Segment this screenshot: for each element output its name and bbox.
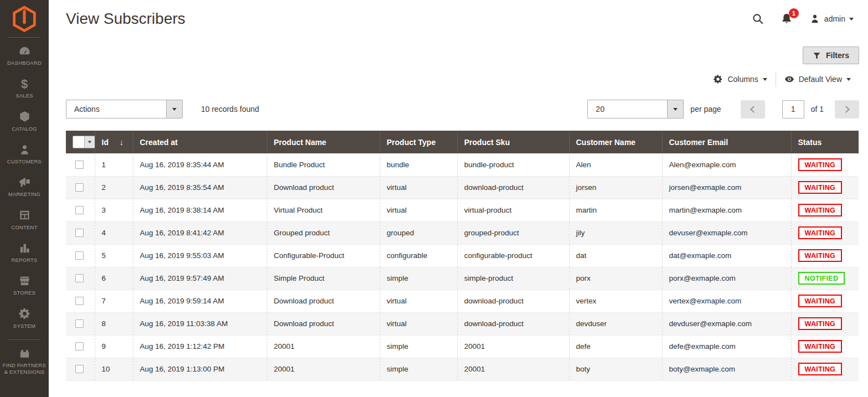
status-badge: NOTIFIED bbox=[798, 272, 845, 285]
sidebar-item-dashboard[interactable]: DASHBOARD bbox=[0, 39, 49, 71]
eye-icon bbox=[784, 74, 794, 84]
gear-icon bbox=[713, 74, 723, 84]
column-header-id[interactable]: Id↓ bbox=[95, 131, 133, 153]
filter-funnel-icon bbox=[813, 51, 821, 60]
status-badge: WAITING bbox=[798, 363, 843, 375]
column-header-created-at[interactable]: Created at bbox=[133, 131, 267, 153]
magento-logo-icon[interactable] bbox=[12, 6, 37, 32]
sidebar-item-stores[interactable]: STORES bbox=[0, 269, 49, 301]
row-checkbox[interactable] bbox=[75, 251, 84, 260]
row-checkbox[interactable] bbox=[75, 206, 84, 214]
sidebar-item-system[interactable]: SYSTEM bbox=[0, 302, 49, 334]
sidebar-item-content[interactable]: CONTENT bbox=[0, 203, 49, 236]
chevron-right-icon bbox=[843, 106, 850, 113]
cell-status: WAITING bbox=[791, 358, 859, 380]
cell-product-sku: 20001 bbox=[457, 335, 569, 358]
row-checkbox[interactable] bbox=[75, 274, 84, 282]
sidebar-item-find-partners[interactable]: FIND PARTNERS & EXTENSIONS bbox=[0, 341, 49, 381]
cell-customer-email: boty@exmaple.com bbox=[662, 358, 791, 380]
table-row: 4Aug 16, 2019 8:41:42 AMGrouped productg… bbox=[66, 221, 859, 244]
actions-select[interactable]: Actions bbox=[66, 100, 183, 118]
cell-status: WAITING bbox=[791, 199, 859, 221]
filters-button[interactable]: Filters bbox=[803, 47, 859, 64]
subscribers-grid: Id↓Created atProduct NameProduct TypePro… bbox=[66, 131, 859, 381]
row-checkbox[interactable] bbox=[75, 229, 84, 237]
chevron-down-icon bbox=[166, 100, 182, 118]
column-header-customer-name[interactable]: Customer Name bbox=[569, 131, 662, 153]
per-page-select[interactable]: 20 bbox=[587, 100, 684, 118]
cell-product-sku: grouped-product bbox=[457, 221, 569, 244]
status-badge: WAITING bbox=[798, 158, 843, 171]
notification-count-badge: 1 bbox=[789, 8, 799, 18]
cell-product-sku: bundle-product bbox=[457, 153, 569, 176]
grid-header-row: Id↓Created atProduct NameProduct TypePro… bbox=[66, 131, 859, 153]
page-number-input[interactable] bbox=[782, 100, 804, 118]
column-label: Product Name bbox=[274, 138, 327, 147]
column-label: Id bbox=[102, 138, 108, 147]
cell-customer-email: jorsen@exmaple.com bbox=[662, 176, 791, 199]
row-checkbox[interactable] bbox=[75, 183, 84, 192]
sidebar-item-label: CATALOG bbox=[12, 126, 37, 132]
cell-status: WAITING bbox=[791, 312, 859, 335]
row-checkbox[interactable] bbox=[75, 161, 84, 169]
sort-desc-icon: ↓ bbox=[120, 138, 123, 147]
cell-customer-email: defe@exmaple.com bbox=[662, 335, 791, 358]
cell-checkbox bbox=[66, 176, 95, 199]
total-pages-label: of 1 bbox=[811, 105, 824, 114]
pagination-controls: 20 per page of 1 bbox=[587, 100, 859, 118]
cell-customer-name: dat bbox=[569, 244, 662, 267]
status-badge: WAITING bbox=[798, 181, 843, 194]
notifications-bell-icon[interactable]: 1 bbox=[781, 13, 793, 25]
select-all-checkbox[interactable] bbox=[73, 136, 84, 148]
cell-status: WAITING bbox=[791, 176, 859, 199]
row-checkbox[interactable] bbox=[75, 319, 84, 328]
cell-checkbox bbox=[66, 153, 95, 176]
catalog-icon bbox=[18, 110, 31, 123]
cell-status: WAITING bbox=[791, 153, 859, 176]
row-checkbox[interactable] bbox=[75, 365, 84, 373]
column-header-customer-email[interactable]: Customer Email bbox=[662, 131, 791, 153]
column-header-status[interactable]: Status bbox=[791, 131, 859, 153]
column-header-product-type[interactable]: Product Type bbox=[380, 131, 457, 153]
admin-menu[interactable]: admin bbox=[809, 13, 854, 24]
sidebar-item-reports[interactable]: REPORTS bbox=[0, 236, 49, 269]
cell-customer-email: porx@exmaple.com bbox=[662, 267, 791, 290]
select-all-dropdown[interactable] bbox=[73, 136, 95, 148]
main-content: View Subscribers 1 admin Filters Columns bbox=[49, 0, 868, 397]
columns-control[interactable]: Columns bbox=[705, 74, 775, 84]
cell-created-at: Aug 16, 2019 9:59:14 AM bbox=[133, 290, 267, 312]
sidebar-item-label: CUSTOMERS bbox=[7, 158, 42, 165]
page-title: View Subscribers bbox=[66, 10, 185, 28]
cell-id: 5 bbox=[95, 244, 133, 267]
table-row: 5Aug 16, 2019 9:55:03 AMConfigurable-Pro… bbox=[66, 244, 859, 267]
cell-created-at: Aug 16, 2019 8:35:44 AM bbox=[133, 153, 267, 176]
cell-product-sku: configurable-product bbox=[457, 244, 569, 267]
cell-checkbox bbox=[66, 221, 95, 244]
columns-label: Columns bbox=[727, 75, 758, 84]
cell-checkbox bbox=[66, 358, 95, 380]
table-row: 1Aug 16, 2019 8:35:44 AMBundle Productbu… bbox=[66, 153, 859, 176]
search-icon[interactable] bbox=[752, 13, 764, 25]
row-checkbox[interactable] bbox=[75, 342, 84, 350]
sidebar-item-sales[interactable]: $SALES bbox=[0, 71, 49, 104]
table-row: 10Aug 16, 2019 1:13:00 PM20001simple2000… bbox=[66, 358, 859, 380]
view-controls: Columns Default View bbox=[705, 71, 859, 87]
cell-id: 3 bbox=[95, 199, 133, 221]
next-page-button[interactable] bbox=[835, 100, 859, 118]
sidebar-item-catalog[interactable]: CATALOG bbox=[0, 105, 49, 137]
sidebar-item-marketing[interactable]: MARKETING bbox=[0, 170, 49, 203]
cell-created-at: Aug 16, 2019 9:57:49 AM bbox=[133, 267, 267, 290]
column-header-product-name[interactable]: Product Name bbox=[267, 131, 380, 153]
cell-product-name: Configurable-Product bbox=[267, 244, 380, 267]
column-label: Customer Email bbox=[669, 138, 728, 147]
status-badge: WAITING bbox=[798, 226, 843, 239]
cell-checkbox bbox=[66, 312, 95, 335]
previous-page-button[interactable] bbox=[741, 100, 765, 118]
content-icon bbox=[18, 209, 31, 222]
row-checkbox[interactable] bbox=[75, 297, 84, 305]
column-header-product-sku[interactable]: Product Sku bbox=[457, 131, 569, 153]
sidebar-item-customers[interactable]: CUSTOMERS bbox=[0, 137, 49, 170]
default-view-control[interactable]: Default View bbox=[776, 74, 859, 84]
column-label: Status bbox=[798, 138, 822, 147]
sidebar: DASHBOARD$SALESCATALOGCUSTOMERSMARKETING… bbox=[0, 0, 49, 397]
